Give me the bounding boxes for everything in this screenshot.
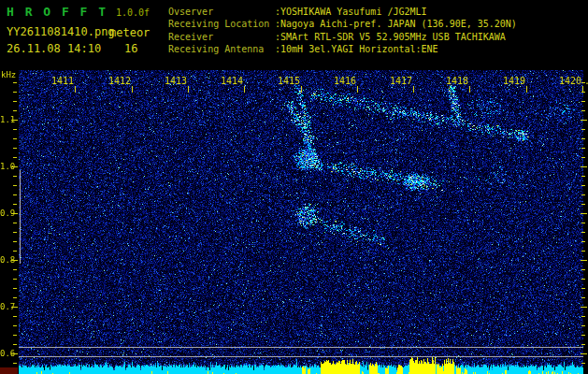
app-title: H R O F F T	[7, 5, 108, 19]
info-label: Receiving Location	[168, 18, 275, 30]
info-row-antenna: Receiving Antenna:10mH 3el.YAGI Horizont…	[168, 43, 517, 55]
info-label: Ovserver	[168, 6, 275, 18]
station-info: Ovserver:YOSHIKAWA Yasufumi /JG2MLI Rece…	[168, 6, 517, 56]
info-value: 10mH 3el.YAGI Horizontal:ENE	[280, 44, 438, 54]
info-value: SMArt RTL-SDR V5 52.905MHz USB TACHIKAWA	[280, 32, 506, 42]
output-filename: YY2611081410.png	[7, 25, 115, 38]
datetime-label: 26.11.08 14:10	[7, 42, 101, 55]
hrofft-window: H R O F F T 1.0.0f YY2611081410.png mete…	[0, 0, 588, 374]
info-row-receiver: Receiver:SMArt RTL-SDR V5 52.905MHz USB …	[168, 31, 517, 43]
echo-count: 16	[124, 42, 137, 55]
info-value: Nagoya Aichi-pref. JAPAN (136.90E, 35.20…	[280, 19, 517, 29]
info-label: Receiving Antenna	[168, 43, 275, 55]
info-value: YOSHIKAWA Yasufumi /JG2MLI	[280, 7, 427, 17]
info-row-location: Receiving Location:Nagoya Aichi-pref. JA…	[168, 18, 517, 30]
header: H R O F F T 1.0.0f YY2611081410.png mete…	[0, 0, 588, 70]
mode-label: meteor	[109, 26, 150, 39]
info-row-observer: Ovserver:YOSHIKAWA Yasufumi /JG2MLI	[168, 6, 517, 18]
spectrogram-canvas	[0, 70, 588, 374]
info-label: Receiver	[168, 31, 275, 43]
app-version: 1.0.0f	[116, 7, 150, 18]
